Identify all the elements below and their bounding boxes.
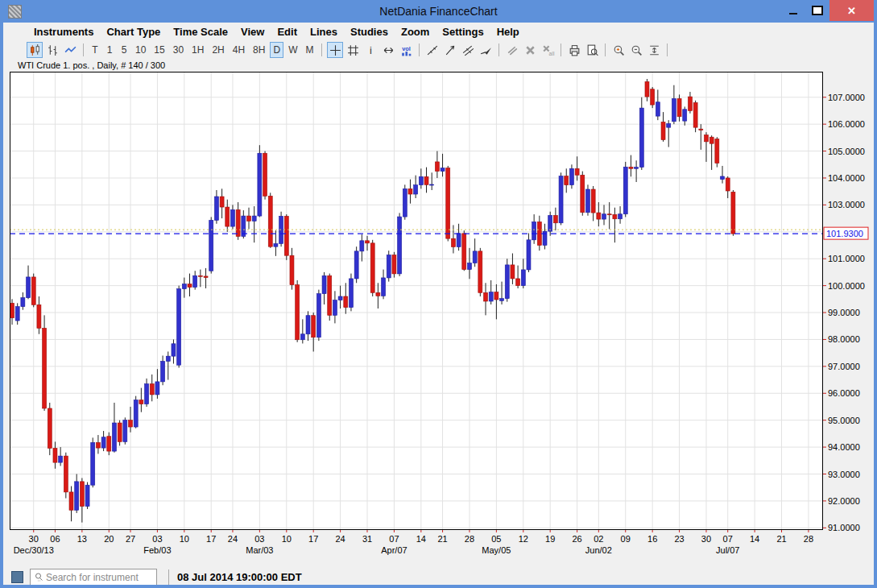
timeframe-30-button[interactable]: 30 (170, 42, 187, 58)
menu-item-view[interactable]: View (234, 24, 271, 39)
arrow-pointer-button[interactable] (478, 42, 494, 58)
toolbar: T151015301H2H4H8HDWM i vol (3, 40, 874, 60)
candle-body (387, 255, 391, 278)
candle-body (462, 234, 466, 270)
menu-item-time-scale[interactable]: Time Scale (167, 24, 234, 39)
candle-body (188, 284, 192, 288)
x-axis-month-label: Jun/02 (585, 545, 612, 555)
svg-text:all: all (549, 50, 555, 56)
candle-body (414, 185, 418, 194)
candle-body (150, 384, 154, 395)
parallel-channel-button[interactable] (460, 42, 476, 58)
menu-item-lines[interactable]: Lines (304, 24, 344, 39)
ray-line-button[interactable] (442, 42, 458, 58)
candle-body (623, 167, 627, 213)
timeframe-W-button[interactable]: W (285, 42, 300, 58)
maximize-button[interactable] (805, 0, 829, 21)
menu-item-help[interactable]: Help (490, 24, 526, 39)
timeframe-1-button[interactable]: 1 (103, 42, 116, 58)
arrow-pointer-icon (479, 43, 493, 57)
candle-body (177, 289, 181, 366)
timeframe-1H-button[interactable]: 1H (188, 42, 207, 58)
candle-body (715, 139, 719, 164)
candle-body (731, 192, 735, 234)
candle-body (645, 81, 649, 97)
candle-body (263, 153, 267, 196)
menu-item-chart-type[interactable]: Chart Type (100, 24, 167, 39)
ohlc-bars-button[interactable] (44, 42, 60, 58)
candlestick-chart-button[interactable] (27, 42, 43, 58)
candle-body (683, 110, 687, 121)
toolbar-separator (321, 43, 322, 56)
candle-body (688, 97, 692, 110)
x-axis-label: 28 (804, 534, 813, 544)
minimize-button[interactable] (781, 0, 805, 21)
crosshair-button[interactable] (327, 42, 343, 58)
delete-all-lines-button[interactable]: all (540, 42, 556, 58)
timeframe-T-button[interactable]: T (89, 42, 101, 58)
connection-indicator (11, 571, 23, 583)
y-axis-label: 91.0000 (828, 523, 860, 532)
ray-line-icon (444, 43, 457, 57)
search-input[interactable] (44, 571, 144, 584)
print-button[interactable] (566, 42, 582, 58)
parallel-lines-button[interactable] (504, 42, 520, 58)
menu-item-studies[interactable]: Studies (344, 24, 395, 39)
trend-line-button[interactable] (424, 42, 441, 58)
menu-item-edit[interactable]: Edit (271, 24, 304, 39)
timeframe-10-button[interactable]: 10 (132, 42, 149, 58)
parallel-lines-icon (506, 43, 519, 57)
search-box[interactable] (30, 569, 157, 586)
x-axis-label: 14 (750, 534, 759, 544)
x-axis-month-label: Feb/03 (143, 545, 171, 555)
x-axis-label: 27 (126, 534, 135, 544)
candle-body (225, 207, 230, 226)
candle-body (635, 168, 639, 169)
candle-body (69, 492, 73, 510)
candle-body (565, 176, 569, 185)
delete-line-button[interactable] (522, 42, 538, 58)
candle-body (500, 299, 504, 301)
candle-body (31, 277, 35, 304)
menu-item-settings[interactable]: Settings (436, 24, 490, 39)
zoom-out-button[interactable] (628, 42, 644, 58)
timeframe-5-button[interactable]: 5 (118, 42, 130, 58)
x-axis-label: 07 (389, 534, 399, 544)
candle-body (204, 276, 208, 278)
timeframe-M-button[interactable]: M (302, 42, 316, 58)
menu-item-instruments[interactable]: Instruments (27, 24, 100, 39)
candle-body (21, 298, 25, 307)
candle-body (220, 197, 224, 207)
candle-body (139, 400, 143, 404)
print-icon (568, 43, 581, 57)
x-axis-label: 24 (335, 534, 345, 544)
candle-body (101, 437, 105, 448)
line-chart-button[interactable] (62, 42, 78, 58)
info-button[interactable]: i (362, 42, 379, 58)
timeframe-2H-button[interactable]: 2H (209, 42, 227, 58)
y-axis-label: 94.0000 (828, 442, 860, 452)
x-axis-label: 02 (594, 534, 603, 544)
candle-body (322, 275, 326, 293)
candle-body (629, 167, 633, 168)
print-preview-button[interactable] (584, 42, 600, 58)
y-axis-label: 101.0000 (828, 254, 865, 263)
candle-body (290, 255, 294, 284)
fit-vertical-button[interactable] (646, 42, 662, 58)
zoom-in-button[interactable] (610, 42, 627, 58)
close-button[interactable]: ✕ (829, 0, 874, 21)
price-chart[interactable]: 107.0000106.0000105.0000104.0000103.0000… (10, 72, 870, 562)
timeframe-4H-button[interactable]: 4H (230, 42, 248, 58)
candle-body (230, 209, 234, 226)
horizontal-scale-button[interactable] (380, 42, 396, 58)
timeframe-15-button[interactable]: 15 (151, 42, 168, 58)
parallel-channel-icon (461, 43, 475, 57)
candle-body (333, 300, 337, 316)
window-title: NetDania FinanceChart (379, 5, 497, 18)
timeframe-D-button[interactable]: D (270, 42, 283, 58)
timeframe-8H-button[interactable]: 8H (250, 42, 268, 58)
volume-button[interactable]: vol (398, 42, 414, 58)
grid-toggle-button[interactable] (345, 42, 361, 58)
menu-item-zoom[interactable]: Zoom (395, 24, 436, 39)
x-axis-label: 03 (254, 534, 264, 544)
